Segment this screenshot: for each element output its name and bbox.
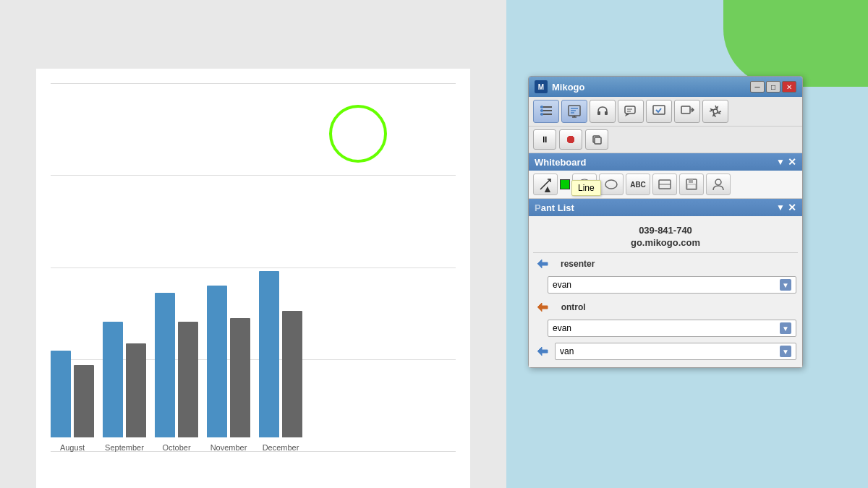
erase-button[interactable]	[652, 174, 677, 195]
participant-close-button[interactable]: ✕	[788, 202, 796, 213]
copy-button[interactable]	[585, 129, 608, 150]
bar-pair	[51, 351, 94, 437]
extra-dropdown-arrow[interactable]: ▼	[780, 346, 791, 357]
bar-gray	[126, 343, 146, 437]
bar-gray	[178, 322, 198, 437]
secondary-toolbar: ⏸ ⏺	[529, 127, 802, 153]
maximize-button[interactable]: □	[766, 81, 780, 93]
participant-body: 039-841-740 go.mikogo.com Presenter evan	[529, 216, 802, 367]
whiteboard-toolbar: ▲ Line	[529, 171, 802, 199]
control-dropdown-row: evan ▼	[533, 318, 798, 340]
save-icon	[685, 178, 698, 191]
svg-rect-14	[625, 106, 635, 114]
color-swatch-container	[560, 179, 570, 189]
presenter-label-text: resenter	[561, 259, 595, 269]
mikogo-window: M Mikogo ─ □ ✕	[528, 76, 803, 368]
bar-label-september: September	[105, 443, 144, 452]
bar-label-november: November	[210, 443, 247, 452]
close-button[interactable]: ✕	[782, 81, 796, 93]
text-button[interactable]: ABC	[626, 174, 650, 195]
control-dropdown[interactable]: evan ▼	[548, 320, 796, 337]
control-section: Control	[533, 296, 798, 318]
participants-button[interactable]	[533, 100, 559, 123]
svg-rect-13	[605, 111, 608, 115]
bar-pair	[103, 322, 146, 437]
user-icon	[711, 178, 726, 191]
gear-icon	[708, 104, 723, 119]
chat-icon	[624, 104, 638, 119]
svg-rect-18	[653, 106, 665, 114]
extra-icon	[535, 343, 550, 359]
whiteboard-close-button[interactable]: ✕	[788, 156, 796, 168]
whiteboard-collapse-button[interactable]: ▼	[776, 157, 785, 167]
bar-group-october: October	[155, 293, 198, 452]
color-swatch[interactable]	[560, 179, 570, 189]
presenter-section: Presenter	[533, 253, 798, 275]
save-button[interactable]	[679, 174, 704, 195]
titlebar-left: M Mikogo	[535, 80, 585, 93]
presenter-dropdown[interactable]: evan ▼	[548, 276, 796, 294]
info-section: 039-841-740 go.mikogo.com	[533, 221, 798, 253]
screenshare-button[interactable]	[646, 100, 672, 123]
svg-rect-36	[687, 184, 696, 189]
participant-list-title-text: ant List	[541, 202, 574, 213]
pause-button[interactable]: ⏸	[533, 129, 556, 150]
svg-point-3	[540, 106, 543, 108]
participants-icon	[539, 104, 553, 119]
erase-icon	[658, 178, 672, 191]
chart-area: August September October	[0, 0, 506, 488]
audio-button[interactable]	[590, 100, 616, 123]
bar-gray	[74, 365, 94, 437]
transfer-icon	[680, 104, 694, 119]
bar-group-november: November	[207, 286, 250, 452]
extra-dropdown[interactable]: van ▼	[555, 343, 796, 360]
control-value: evan	[553, 323, 571, 333]
main-toolbar	[529, 97, 802, 127]
svg-point-31	[605, 180, 617, 189]
bars-wrapper: August September October	[51, 83, 302, 452]
bar-label-december: December	[263, 443, 299, 452]
svg-point-4	[540, 109, 543, 112]
control-arrow-icon	[536, 301, 549, 314]
headset-icon	[595, 104, 610, 119]
whiteboard-button[interactable]	[561, 100, 587, 123]
panel-controls: ▼ ✕	[776, 156, 796, 168]
minimize-button[interactable]: ─	[750, 81, 765, 93]
highlight-circle	[329, 105, 387, 163]
svg-rect-35	[689, 179, 693, 183]
bar-pair	[155, 293, 198, 437]
svg-rect-23	[595, 137, 601, 144]
transfer-button[interactable]	[674, 100, 700, 123]
bar-blue	[155, 293, 175, 437]
bar-blue	[259, 271, 279, 437]
record-button[interactable]: ⏺	[559, 129, 582, 150]
chat-button[interactable]	[618, 100, 644, 123]
extra-value: van	[560, 346, 574, 356]
monitor-icon	[652, 104, 666, 119]
window-title: Mikogo	[552, 82, 585, 93]
text-tool-label: ABC	[630, 181, 646, 189]
bar-blue	[103, 322, 123, 437]
control-dropdown-arrow[interactable]: ▼	[780, 322, 791, 334]
window-controls: ─ □ ✕	[750, 81, 796, 93]
green-decoration	[723, 0, 868, 87]
pause-icon: ⏸	[540, 134, 549, 145]
bar-blue	[51, 351, 71, 437]
phone-number: 039-841-740	[639, 225, 692, 236]
extra-arrow-icon	[536, 345, 549, 358]
line-tool-button[interactable]: ▲ Line	[533, 174, 558, 195]
control-label-text: ontrol	[561, 302, 586, 312]
svg-line-24	[540, 179, 550, 189]
participant-collapse-button[interactable]: ▼	[776, 202, 785, 213]
user-button[interactable]	[706, 174, 731, 195]
control-label: Control	[555, 302, 598, 312]
presenter-dropdown-arrow[interactable]: ▼	[780, 279, 791, 291]
svg-point-5	[540, 113, 543, 116]
settings-button[interactable]	[702, 100, 728, 123]
svg-point-21	[713, 109, 718, 114]
eraser-oval-button[interactable]	[599, 174, 624, 195]
svg-rect-12	[597, 111, 600, 115]
bar-label-october: October	[162, 443, 190, 452]
participant-panel-header: Pant List ▼ ✕	[529, 199, 802, 216]
whiteboard-title: Whiteboard	[535, 157, 587, 168]
